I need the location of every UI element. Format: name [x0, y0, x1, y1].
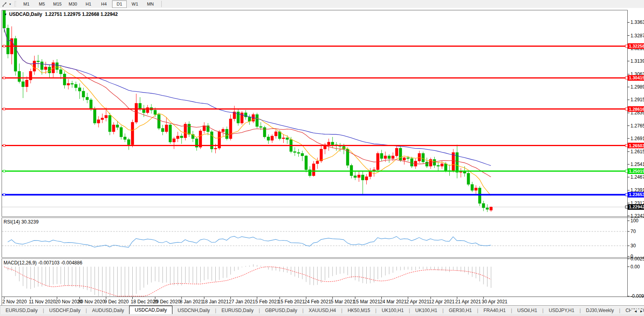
timeframe-button-H4[interactable]: H4 [97, 0, 111, 8]
candle-body[interactable] [301, 153, 304, 156]
candle-body[interactable] [56, 63, 58, 69]
chart-tab-USDCHF-Daily[interactable]: USDCHF,Daily [44, 307, 86, 314]
chart-tab-UK100-H1[interactable]: UK100,H1 [410, 307, 442, 314]
candle-body[interactable] [199, 131, 202, 147]
candle-body[interactable] [128, 139, 130, 145]
candle-body[interactable] [229, 119, 232, 139]
moving-average-20[interactable] [4, 28, 491, 177]
pane-splitter[interactable] [2, 258, 644, 258]
line-handle[interactable] [3, 170, 5, 172]
candle-body[interactable] [467, 173, 470, 184]
candle-body[interactable] [256, 114, 259, 126]
candle-body[interactable] [124, 137, 126, 140]
candle-body[interactable] [486, 208, 489, 209]
candle-body[interactable] [425, 162, 428, 166]
chart-tab-USDCNH-Daily[interactable]: USDCNH,Daily [172, 307, 215, 314]
candle-body[interactable] [433, 159, 436, 165]
candle-body[interactable] [14, 39, 17, 71]
candle-body[interactable] [78, 88, 81, 91]
chart-tab-USDJPY-H1[interactable]: USDJPY,H1 [543, 307, 579, 314]
candle-body[interactable] [203, 126, 206, 131]
candle-body[interactable] [60, 69, 62, 74]
candle-body[interactable] [297, 152, 300, 153]
candle-body[interactable] [97, 119, 100, 123]
candle-body[interactable] [327, 142, 330, 145]
candle-body[interactable] [278, 132, 281, 139]
candle-body[interactable] [365, 177, 368, 180]
chart-tab-EURUSD-Daily[interactable]: EURUSD,Daily [0, 307, 43, 314]
candle-body[interactable] [282, 138, 285, 139]
timeframe-button-D1[interactable]: D1 [112, 0, 127, 8]
candle-body[interactable] [286, 138, 289, 139]
candle-body[interactable] [188, 124, 191, 134]
candle-body[interactable] [358, 175, 360, 178]
candle-body[interactable] [214, 148, 217, 149]
candle-body[interactable] [384, 156, 387, 159]
candle-body[interactable] [362, 175, 364, 180]
chart-tab-DJ30-Weekly[interactable]: DJ30,Weekly [581, 307, 619, 314]
candle-body[interactable] [475, 188, 478, 191]
timeframe-button-MN[interactable]: MN [143, 0, 158, 8]
candle-body[interactable] [275, 132, 277, 136]
candle-body[interactable] [222, 129, 224, 132]
candle-body[interactable] [146, 108, 149, 113]
candle-body[interactable] [312, 164, 315, 175]
line-handle[interactable] [3, 194, 5, 196]
candle-body[interactable] [180, 136, 183, 138]
timeframe-button-M1[interactable]: M1 [19, 0, 34, 8]
candle-body[interactable] [173, 139, 176, 142]
candle-body[interactable] [44, 67, 47, 70]
candle-body[interactable] [271, 136, 274, 141]
price-chart[interactable]: 1.336301.328701.321301.313901.306301.298… [0, 8, 644, 305]
tab-scroll-right-icon[interactable]: ► [640, 309, 643, 313]
chart-tab-GER30-H1[interactable]: GER30,H1 [444, 307, 477, 314]
macd-signal-line[interactable] [4, 267, 491, 296]
moving-average-8[interactable] [4, 28, 491, 196]
candle-body[interactable] [320, 149, 323, 161]
candle-body[interactable] [161, 128, 164, 132]
candle-body[interactable] [331, 142, 334, 145]
candle-body[interactable] [154, 110, 157, 114]
candle-body[interactable] [139, 103, 141, 108]
candle-body[interactable] [316, 161, 319, 164]
candle-body[interactable] [101, 118, 104, 119]
chart-tab-GBPUSD-Daily[interactable]: GBPUSD,Daily [260, 307, 302, 314]
candle-body[interactable] [108, 116, 111, 132]
chart-tab-UK100-H1[interactable]: UK100,H1 [377, 307, 409, 314]
candle-body[interactable] [294, 152, 296, 152]
candle-body[interactable] [169, 125, 172, 142]
candle-body[interactable] [418, 153, 421, 161]
candle-body[interactable] [445, 164, 447, 170]
chart-tab-HK50-M15[interactable]: HK50,M15 [342, 307, 375, 314]
candle-body[interactable] [248, 117, 251, 121]
candle-body[interactable] [267, 137, 270, 141]
chart-tab-EURUSD-Daily[interactable]: EURUSD,Daily [216, 307, 259, 314]
line-handle[interactable] [3, 77, 5, 79]
candle-body[interactable] [120, 127, 123, 137]
candle-body[interactable] [259, 127, 262, 127]
chart-tab-USDCAD-Daily[interactable]: USDCAD,Daily [129, 306, 172, 314]
line-handle[interactable] [3, 108, 5, 110]
line-handle[interactable] [3, 45, 5, 47]
chart-title-dropdown-icon[interactable]: ▼ [4, 13, 7, 16]
candle-body[interactable] [105, 116, 108, 118]
candle-body[interactable] [395, 148, 398, 156]
candle-body[interactable] [482, 203, 485, 208]
candle-body[interactable] [90, 100, 93, 108]
candle-body[interactable] [29, 71, 32, 80]
candle-body[interactable] [71, 83, 73, 84]
candle-body[interactable] [244, 113, 247, 117]
candle-body[interactable] [399, 148, 402, 160]
candle-body[interactable] [82, 91, 85, 97]
candle-body[interactable] [33, 61, 36, 71]
candle-body[interactable] [165, 125, 168, 131]
line-studies-icon[interactable] [1, 1, 8, 7]
timeframe-button-M30[interactable]: M30 [66, 0, 80, 8]
timeframe-button-M15[interactable]: M15 [50, 0, 65, 8]
candle-body[interactable] [422, 153, 425, 162]
candle-body[interactable] [490, 207, 493, 210]
tool-dropdown-icon[interactable]: ▼ [9, 3, 13, 6]
candle-body[interactable] [388, 156, 391, 159]
candle-body[interactable] [93, 108, 96, 123]
candle-body[interactable] [392, 156, 395, 159]
